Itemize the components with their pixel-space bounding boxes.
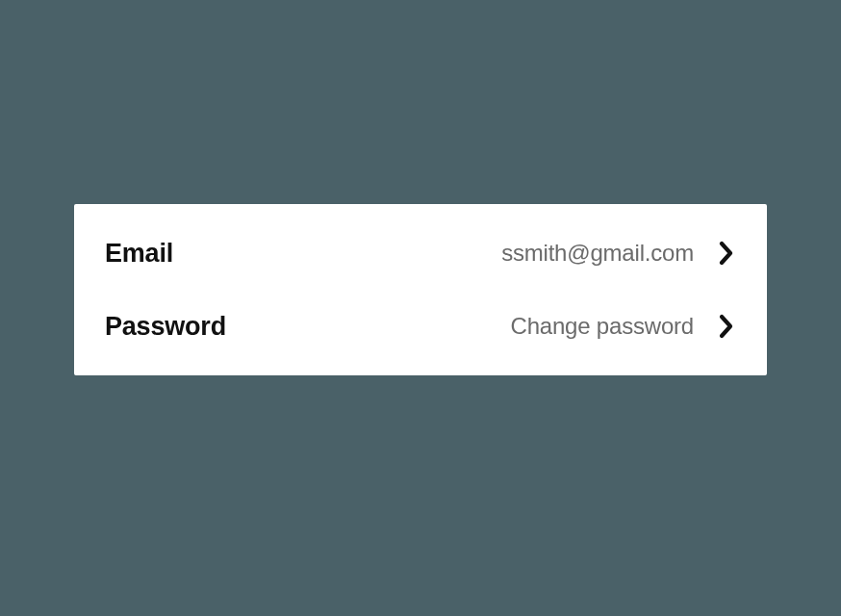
password-label: Password — [105, 312, 226, 342]
chevron-right-icon — [715, 315, 738, 338]
password-row[interactable]: Password Change password — [105, 298, 738, 354]
password-row-right: Change password — [511, 313, 738, 340]
email-value: ssmith@gmail.com — [501, 240, 694, 267]
password-value: Change password — [511, 313, 694, 340]
settings-card: Email ssmith@gmail.com Password Change p… — [74, 204, 767, 375]
email-row-right: ssmith@gmail.com — [501, 240, 738, 267]
email-row[interactable]: Email ssmith@gmail.com — [105, 225, 738, 281]
email-label: Email — [105, 239, 173, 269]
chevron-right-icon — [715, 242, 738, 265]
